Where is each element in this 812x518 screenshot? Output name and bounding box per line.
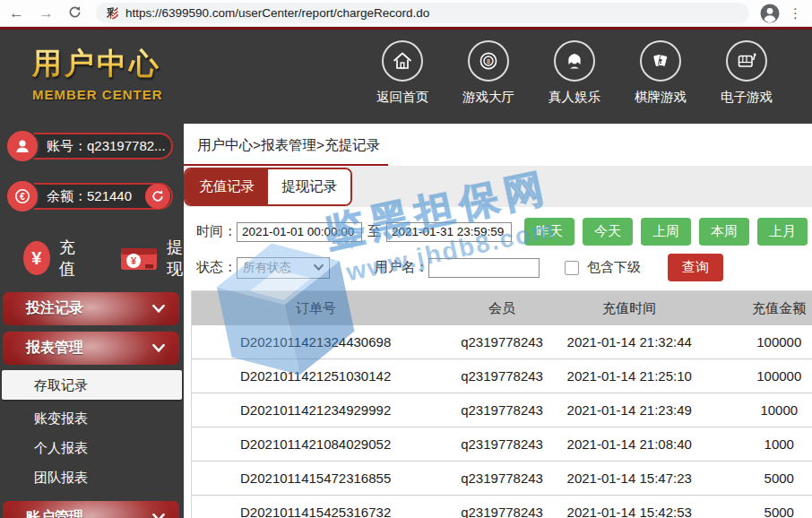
- nav-item-game-hall[interactable]: 8 游戏大厅: [461, 40, 516, 124]
- filter-area: 时间： 至 昨天 今天 上周 本周 上月 状态： 所有状态 用户: [184, 207, 812, 281]
- site-favicon-icon: 彩: [107, 5, 118, 22]
- column-header-recharge-time: 充值时间: [565, 300, 695, 317]
- table-row: D2021011421251030142 q2319778243 2021-01…: [192, 359, 812, 393]
- tab-recharge-records[interactable]: 充值记录: [186, 169, 268, 204]
- top-nav: 返回首页 8 游戏大厅 真人娱乐 棋牌游戏 电子游戏: [375, 30, 812, 124]
- cards-icon: [640, 40, 681, 82]
- status-label: 状态：: [196, 259, 237, 276]
- table-row: D2021011421084029052 q2319778243 2021-01…: [192, 427, 812, 462]
- search-button[interactable]: 查询: [668, 254, 723, 281]
- billiards-icon: 8: [468, 40, 509, 82]
- logo-title: 用户中心: [32, 44, 163, 84]
- svg-text:€: €: [20, 192, 25, 202]
- back-icon[interactable]: ←: [9, 5, 24, 21]
- sidebar: 账号：q23197782... € 余额：521440 ¥ 充值 ¥ 提现: [0, 124, 184, 518]
- nav-item-home[interactable]: 返回首页: [375, 40, 430, 124]
- wallet-icon: ¥: [120, 245, 158, 272]
- include-subordinates-label: 包含下级: [587, 259, 641, 276]
- recharge-button[interactable]: ¥ 充值: [23, 237, 84, 280]
- submenu-item-account-change-report[interactable]: 账变报表: [0, 403, 184, 433]
- nav-item-card-games[interactable]: 棋牌游戏: [633, 40, 688, 124]
- report-submenu: 存取记录 账变报表 个人报表 团队报表: [0, 365, 184, 497]
- tab-withdraw-records[interactable]: 提现记录: [268, 169, 350, 204]
- yuan-icon: ¥: [23, 241, 50, 275]
- slot-machine-icon: [726, 40, 767, 82]
- forward-icon[interactable]: →: [39, 5, 54, 21]
- home-icon: [382, 40, 423, 82]
- include-subordinates-checkbox[interactable]: [565, 261, 579, 275]
- date-to-input[interactable]: [386, 222, 512, 242]
- chevron-down-icon: [152, 305, 165, 313]
- live-dealer-icon: [554, 40, 595, 82]
- submenu-item-deposit-records[interactable]: 存取记录: [2, 370, 182, 400]
- submenu-item-personal-report[interactable]: 个人报表: [0, 433, 184, 462]
- svg-text:¥: ¥: [131, 255, 137, 266]
- column-header-order-no: 订单号: [192, 300, 439, 317]
- logo-subtitle: MEMBER CENTER: [32, 87, 163, 102]
- username-label: 用户名：: [375, 259, 428, 276]
- breadcrumb: 用户中心>报表管理>充提记录: [184, 124, 812, 164]
- browser-menu-icon[interactable]: ⋮: [789, 5, 803, 22]
- coin-icon: €: [5, 179, 39, 213]
- username-input[interactable]: [428, 258, 540, 278]
- table-row: D2021011415425316732 q2319778243 2021-01…: [192, 496, 812, 518]
- chevron-down-icon: [152, 514, 165, 518]
- browser-bar: ← → 彩 https://6399590.com/userCenter/rep…: [0, 0, 812, 27]
- to-label: 至: [367, 223, 381, 240]
- withdraw-button[interactable]: ¥ 提现: [120, 237, 184, 280]
- address-bar[interactable]: 彩 https://6399590.com/userCenter/report/…: [96, 3, 749, 23]
- user-icon: [5, 129, 39, 163]
- chevron-down-icon: [314, 264, 324, 271]
- tab-group: 充值记录 提现记录: [184, 168, 352, 206]
- nav-item-slots[interactable]: 电子游戏: [719, 40, 774, 124]
- refresh-icon[interactable]: [68, 5, 82, 22]
- browser-profile-icon[interactable]: [760, 4, 780, 23]
- logo: 用户中心 MEMBER CENTER: [0, 30, 163, 124]
- quick-range-last-week-button[interactable]: 上周: [641, 218, 691, 246]
- account-pill: 账号：q23197782...: [7, 133, 173, 160]
- main-content: 用户中心>报表管理>充提记录 充值记录 提现记录 时间： 至 昨天 今天 上周 …: [184, 124, 812, 518]
- time-label: 时间：: [196, 223, 237, 240]
- balance-pill: € 余额：521440: [7, 183, 173, 210]
- table-row: D2021011415472316855 q2319778243 2021-01…: [192, 462, 812, 496]
- sidebar-item-bet-records[interactable]: 投注记录: [3, 292, 179, 325]
- quick-actions: ¥ 充值 ¥ 提现: [23, 237, 184, 280]
- nav-item-live-casino[interactable]: 真人娱乐: [547, 40, 602, 124]
- sidebar-item-report-mgmt[interactable]: 报表管理: [3, 332, 179, 365]
- status-select[interactable]: 所有状态: [237, 257, 330, 279]
- status-select-value: 所有状态: [243, 260, 291, 276]
- chevron-down-icon: [152, 344, 165, 352]
- table-row: D2021011421324430698 q2319778243 2021-01…: [192, 325, 812, 359]
- table-header-row: 订单号 会员 充值时间 充值金额: [192, 291, 812, 325]
- quick-range-this-week-button[interactable]: 本周: [699, 218, 749, 246]
- account-text: 账号：q23197782...: [47, 138, 166, 155]
- refresh-balance-icon[interactable]: [145, 184, 170, 209]
- date-from-input[interactable]: [237, 222, 362, 242]
- table-row: D2021011421234929992 q2319778243 2021-01…: [192, 393, 812, 427]
- quick-range-yesterday-button[interactable]: 昨天: [524, 218, 574, 246]
- balance-text: 余额：521440: [47, 188, 132, 205]
- column-header-recharge-amount: 充值金额: [695, 300, 812, 317]
- column-header-member: 会员: [439, 300, 565, 317]
- tab-strip: 充值记录 提现记录: [184, 166, 812, 207]
- submenu-item-team-report[interactable]: 团队报表: [0, 462, 184, 492]
- app-header: 用户中心 MEMBER CENTER 返回首页 8 游戏大厅 真人娱乐 棋牌游戏: [0, 30, 812, 124]
- svg-text:8: 8: [487, 58, 490, 65]
- url-text: https://6399590.com/userCenter/report/ch…: [125, 6, 429, 20]
- sidebar-item-account-mgmt[interactable]: 账户管理: [3, 501, 179, 518]
- quick-range-today-button[interactable]: 今天: [583, 218, 633, 246]
- quick-range-last-month-button[interactable]: 上月: [757, 218, 808, 246]
- records-table: 订单号 会员 充值时间 充值金额 D2021011421324430698 q2…: [191, 290, 812, 518]
